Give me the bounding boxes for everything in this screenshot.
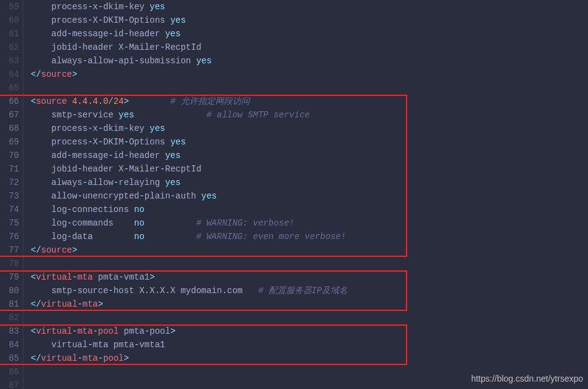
code-line[interactable]: always-allow-relaying yes: [31, 176, 588, 189]
code-line[interactable]: smtp-source-host X.X.X.X mydomain.com # …: [31, 284, 588, 297]
code-token: log: [31, 205, 67, 214]
code-line[interactable]: <virtual-mta-pool pmta-pool>: [31, 324, 588, 338]
code-token: -: [113, 178, 118, 187]
code-token: Options: [129, 137, 170, 147]
code-line[interactable]: jobid-header X-Mailer-RecptId: [31, 41, 588, 54]
line-number: 81: [0, 297, 19, 311]
code-line[interactable]: [31, 257, 588, 270]
code-token: -: [67, 218, 72, 228]
code-token: unencrypted: [82, 191, 139, 201]
code-token: id: [113, 151, 124, 160]
code-line[interactable]: jobid-header X-Mailer-RecptId: [31, 162, 588, 176]
code-token: data: [72, 232, 134, 242]
code-token: -: [113, 56, 118, 66]
code-token: message: [72, 151, 108, 160]
code-token: log: [31, 232, 67, 242]
code-line[interactable]: log-connections no: [31, 203, 588, 216]
watermark-text: https://blog.csdn.net/ytrsexpo: [471, 372, 583, 385]
line-number: 78: [0, 257, 19, 270]
code-editor[interactable]: 5960616263646566676869707172737475767778…: [0, 0, 588, 389]
code-token: process: [31, 124, 87, 133]
code-token: Mailer: [129, 42, 160, 52]
code-token: >: [98, 299, 103, 309]
line-number: 66: [0, 95, 19, 108]
code-token: key: [129, 2, 150, 12]
code-token: smtp: [31, 110, 72, 120]
code-line[interactable]: smtp-service yes # allow SMTP service: [31, 108, 588, 122]
code-line[interactable]: log-commands no # WARNING: verbose!: [31, 216, 588, 230]
code-line[interactable]: </source>: [31, 243, 588, 257]
code-token: yes: [165, 178, 180, 187]
code-line[interactable]: </virtual-mta-pool>: [31, 352, 588, 365]
code-line[interactable]: process-x-dkim-key yes: [31, 122, 588, 135]
line-number: 68: [0, 122, 19, 135]
code-token: Mailer: [129, 164, 160, 174]
code-token: yes: [149, 124, 165, 133]
code-token: -: [87, 2, 92, 12]
line-number: 60: [0, 14, 19, 27]
code-line[interactable]: add-message-id-header yes: [31, 27, 588, 41]
code-token: -: [124, 29, 129, 39]
code-token: -: [87, 137, 92, 147]
code-token: plain: [145, 191, 170, 201]
code-line[interactable]: process-X-DKIM-Options yes: [31, 14, 588, 27]
code-token: yes: [149, 2, 165, 12]
line-number: 62: [0, 41, 19, 54]
code-token: always: [31, 178, 82, 187]
code-token: x: [93, 2, 98, 12]
code-token: -: [124, 151, 129, 160]
code-token: -: [72, 272, 77, 282]
code-line[interactable]: </source>: [31, 68, 588, 81]
code-token: >: [170, 326, 175, 336]
line-number: 72: [0, 176, 19, 189]
code-token: process: [31, 137, 87, 147]
code-token: >: [72, 69, 77, 79]
code-token: yes: [165, 151, 180, 160]
code-line[interactable]: log-data no # WARNING: even more verbose…: [31, 230, 588, 243]
code-token: log: [31, 218, 67, 228]
code-token: header: [129, 29, 165, 39]
code-token: pool: [98, 326, 124, 336]
code-token: api: [119, 56, 134, 66]
code-line[interactable]: always-allow-api-submission yes: [31, 54, 588, 68]
code-line[interactable]: process-x-dkim-key yes: [31, 0, 588, 14]
code-line[interactable]: [31, 81, 588, 95]
code-token: -: [124, 164, 129, 174]
code-line[interactable]: allow-unencrypted-plain-auth yes: [31, 189, 588, 203]
code-token: -: [124, 137, 129, 147]
code-token: -: [67, 205, 72, 214]
code-line[interactable]: <virtual-mta pmta-vmta1>: [31, 270, 588, 284]
code-line[interactable]: </virtual-mta>: [31, 297, 588, 311]
code-token: process: [31, 2, 87, 12]
code-token: commands: [72, 218, 134, 228]
code-token: -: [119, 272, 124, 282]
line-number: 79: [0, 270, 19, 284]
code-token: mta pmta: [93, 340, 134, 350]
code-token: -: [98, 2, 103, 12]
code-token: # WARNING: even more verbose!: [196, 232, 346, 242]
code-token: pool: [149, 326, 170, 336]
code-token: connections: [72, 205, 134, 214]
line-number: 63: [0, 54, 19, 68]
line-number: 73: [0, 189, 19, 203]
code-line[interactable]: process-X-DKIM-Options yes: [31, 135, 588, 149]
code-token: -: [98, 353, 103, 363]
code-area[interactable]: process-x-dkim-key yes process-X-DKIM-Op…: [23, 0, 588, 389]
code-token: source: [36, 96, 72, 106]
code-line[interactable]: virtual-mta pmta-vmta1: [31, 338, 588, 352]
line-number: 70: [0, 149, 19, 162]
code-line[interactable]: <source 4.4.4.0/24> # 允许指定网段访问: [31, 95, 588, 108]
line-number: 59: [0, 0, 19, 14]
code-token: [129, 96, 170, 106]
code-line[interactable]: add-message-id-header yes: [31, 149, 588, 162]
line-number: 67: [0, 108, 19, 122]
code-token: virtual: [41, 353, 77, 363]
code-token: -: [77, 353, 82, 363]
code-token: id: [113, 29, 124, 39]
code-token: mta: [77, 326, 93, 336]
line-number: 85: [0, 352, 19, 365]
code-line[interactable]: [31, 311, 588, 324]
code-token: DKIM: [103, 15, 124, 25]
code-token: x: [93, 124, 98, 133]
code-token: yes: [170, 15, 186, 25]
